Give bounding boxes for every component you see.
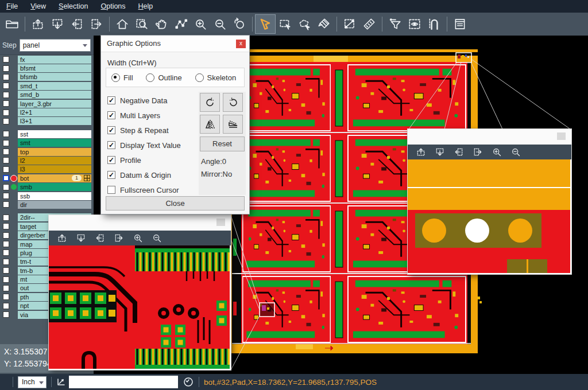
import-top-button[interactable] (411, 145, 430, 159)
layer-checkbox[interactable] (3, 267, 9, 274)
select-polygon-button[interactable] (295, 15, 314, 33)
layer-row[interactable]: top (0, 147, 94, 156)
layer-name[interactable]: fx (18, 56, 91, 64)
layer-checkbox[interactable] (3, 201, 9, 208)
layer-name[interactable]: l2+1 (18, 108, 91, 116)
radio-skeleton[interactable]: Skeleton (195, 73, 244, 82)
pan-hand-button[interactable] (152, 15, 171, 33)
layer-checkbox[interactable] (3, 184, 9, 190)
radio-fill[interactable]: Fill (111, 73, 141, 82)
layer-name[interactable]: layer_3.gbr (18, 100, 91, 108)
layer-row-active[interactable]: bot 1 (0, 174, 94, 182)
import-bottom-button[interactable] (430, 145, 449, 159)
import-top-button[interactable] (28, 15, 48, 33)
rotate-cw-button[interactable] (200, 93, 220, 112)
zoom-in-button[interactable] (128, 231, 147, 245)
layer-checkbox[interactable] (3, 276, 9, 283)
magnifier-view[interactable] (49, 245, 231, 370)
import-left-button[interactable] (449, 145, 468, 159)
layer-checkbox[interactable] (3, 241, 9, 247)
layer-checkbox[interactable] (3, 214, 9, 221)
mirror-horizontal-button[interactable] (200, 115, 220, 134)
option-negative-data[interactable]: Negative Data (107, 93, 181, 108)
snap-search-button[interactable] (424, 15, 444, 33)
layer-checkbox[interactable] (3, 223, 9, 229)
layer-name[interactable]: bfsmb (18, 73, 91, 81)
layer-checkbox[interactable] (3, 175, 9, 181)
checkbox[interactable] (107, 156, 115, 164)
layer-checkbox[interactable] (3, 74, 9, 80)
layer-name[interactable]: smd_t (18, 82, 91, 90)
layer-name[interactable]: bfsmt (18, 64, 91, 72)
import-bottom-button[interactable] (48, 15, 67, 33)
radio-outline[interactable]: Outline (146, 73, 189, 82)
mirror-vertical-button[interactable] (223, 115, 243, 134)
magnifier-title-bar[interactable] (408, 129, 571, 145)
close-button[interactable]: Close (106, 196, 245, 210)
layer-checkbox[interactable] (3, 149, 9, 155)
zoom-in-button[interactable] (191, 15, 210, 33)
step-dropdown[interactable]: panel (20, 39, 91, 52)
import-left-button[interactable] (90, 231, 109, 245)
layer-row[interactable]: layer_3.gbr (0, 99, 94, 108)
view-options-button[interactable] (405, 15, 424, 33)
layer-name[interactable]: sst (18, 130, 91, 138)
checkbox[interactable] (107, 186, 115, 194)
magnifier-source-box-bottom[interactable] (260, 303, 274, 317)
radio-button[interactable] (195, 73, 204, 82)
layer-checkbox[interactable] (3, 157, 9, 163)
zoom-out-button[interactable] (210, 15, 230, 33)
open-file-button[interactable] (2, 15, 22, 33)
layer-name[interactable]: smb (18, 183, 91, 191)
magnifier-window-right[interactable] (408, 129, 571, 274)
layer-row[interactable]: ssb (0, 192, 94, 200)
brush-button[interactable] (314, 15, 334, 33)
layer-name[interactable]: l2 (18, 157, 91, 165)
measure-distance-button[interactable] (340, 15, 359, 33)
layer-name[interactable]: l3 (18, 165, 91, 173)
option-multi-layers[interactable]: Multi Layers (107, 108, 181, 123)
layer-row[interactable]: smd_b (0, 91, 94, 99)
rotate-ccw-button[interactable] (223, 93, 243, 112)
import-bottom-button[interactable] (71, 231, 90, 245)
magnifier-title-bar[interactable] (49, 215, 231, 231)
checkbox[interactable] (107, 96, 115, 104)
checkbox[interactable] (107, 126, 115, 134)
layer-checkbox[interactable] (3, 92, 9, 98)
ruler-button[interactable] (359, 15, 379, 33)
reset-button[interactable]: Reset (200, 136, 245, 151)
layer-row[interactable]: l3 (0, 165, 94, 174)
layer-row[interactable]: bfsmt (0, 64, 94, 72)
layer-row[interactable]: fx (0, 55, 94, 64)
unit-dropdown[interactable]: Inch (18, 376, 47, 388)
radio-button[interactable] (111, 73, 120, 82)
layer-checkbox[interactable] (3, 285, 9, 291)
layer-name[interactable]: dir (18, 201, 91, 209)
home-view-button[interactable] (113, 15, 132, 33)
layer-checkbox[interactable] (3, 232, 9, 239)
menu-view[interactable]: View (24, 0, 52, 13)
checkbox[interactable] (107, 171, 115, 179)
grid-icon[interactable] (84, 175, 90, 181)
magnifier-window-bottom[interactable] (49, 215, 231, 370)
layer-checkbox[interactable] (3, 259, 9, 265)
menu-file[interactable]: File (0, 0, 24, 13)
layer-checkbox[interactable] (3, 193, 9, 199)
option-profile[interactable]: Profile (107, 153, 181, 167)
checkbox[interactable] (107, 141, 115, 149)
layer-name[interactable]: l3+1 (18, 117, 91, 125)
layer-row[interactable]: smb (0, 182, 94, 191)
command-input[interactable] (69, 376, 178, 388)
layer-checkbox[interactable] (3, 131, 9, 137)
layer-checkbox[interactable] (3, 118, 9, 124)
zoom-in-button[interactable] (487, 145, 506, 159)
layer-checkbox[interactable] (3, 311, 9, 318)
magnifier-view[interactable] (408, 159, 571, 274)
layer-name[interactable]: smt (18, 139, 91, 147)
measure-path-button[interactable] (171, 15, 191, 33)
menu-selection[interactable]: Selection (52, 0, 94, 13)
radio-button[interactable] (146, 73, 154, 82)
menu-options[interactable]: Options (94, 0, 131, 13)
layer-row[interactable]: l2+1 (0, 108, 94, 116)
angle-measure-icon[interactable] (56, 377, 67, 387)
